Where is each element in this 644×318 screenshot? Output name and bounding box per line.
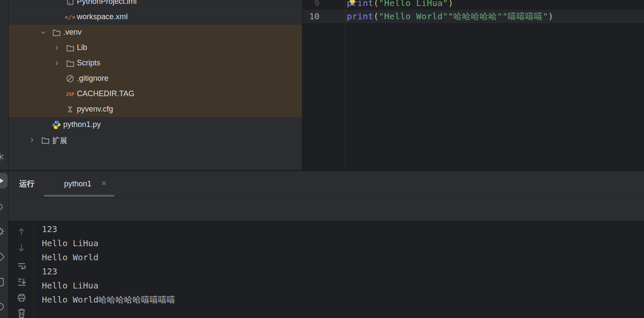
- console-output[interactable]: 123Hello LiHuaHello World123Hello LiHuaH…: [42, 222, 175, 307]
- code-line-9[interactable]: print("Hello LiHua"): [347, 0, 644, 10]
- bulb-icon[interactable]: [348, 0, 356, 6]
- token-string: "哈哈哈哈哈": [448, 11, 502, 21]
- token-builtin: print: [347, 11, 373, 21]
- console-line: Hello LiHua: [42, 279, 175, 293]
- code-line-10[interactable]: print("Hello World""哈哈哈哈哈""嘻嘻嘻嘻"): [347, 10, 644, 23]
- editor-run-splitter[interactable]: [0, 170, 644, 171]
- python-icon: [52, 180, 61, 189]
- folder-icon: [65, 43, 75, 53]
- line-number-9: 9: [303, 0, 341, 10]
- token-paren: ): [548, 11, 553, 21]
- arrow-down-icon: [17, 243, 26, 253]
- run-panel-title: 运行: [19, 171, 35, 197]
- run-console[interactable]: 123Hello LiHuaHello World123Hello LiHuaH…: [9, 221, 644, 318]
- active-tab-indicator: [44, 195, 114, 197]
- clock-icon[interactable]: [0, 302, 5, 313]
- folder-icon: [41, 135, 50, 145]
- commit-star-icon[interactable]: [0, 152, 5, 163]
- module-file-icon: [65, 0, 75, 6]
- config-file-icon: [65, 105, 75, 114]
- scroll-to-end-button[interactable]: [16, 277, 26, 287]
- scroll-to-end-icon: [17, 277, 26, 287]
- run-tool-window-icon-active[interactable]: [0, 173, 8, 188]
- token-paren: ): [448, 0, 454, 8]
- console-line: Hello World: [42, 250, 175, 265]
- tree-item-lib[interactable]: Lib: [9, 40, 302, 56]
- token-string: "嘻嘻嘻嘻": [503, 11, 548, 21]
- soft-wrap-button[interactable]: [16, 261, 26, 271]
- tree-item-label: 扩展: [52, 135, 67, 146]
- run-tool-window-header: 运行 python1 ×: [0, 171, 644, 197]
- token-paren: (: [373, 0, 379, 8]
- run-tab-label: python1: [64, 171, 91, 197]
- scroll-up-button[interactable]: [16, 227, 26, 237]
- print-button[interactable]: [16, 292, 26, 303]
- console-toolbar: [9, 221, 33, 318]
- line-number-10: 10: [303, 10, 341, 23]
- tree-item-label: .venv: [63, 28, 82, 37]
- soft-wrap-icon: [17, 261, 26, 271]
- jsp-file-icon: JSP: [65, 89, 75, 99]
- close-icon[interactable]: ×: [101, 171, 107, 197]
- console-line: Hello LiHua: [42, 236, 175, 250]
- printer-icon: [17, 293, 26, 303]
- tree-item-label: Scripts: [77, 59, 100, 68]
- ignored-file-icon: [65, 74, 75, 83]
- token-string: "Hello LiHua": [379, 0, 448, 8]
- tree-item-label: PythonProject.iml: [77, 0, 137, 6]
- terminal-icon[interactable]: [0, 277, 5, 289]
- structure-diamond-icon[interactable]: [0, 252, 5, 263]
- tree-item-扩展[interactable]: 扩展: [9, 132, 302, 148]
- gutter-border: [345, 0, 345, 170]
- console-line: Hello World哈哈哈哈哈嘻嘻嘻嘻: [42, 293, 175, 307]
- clear-button[interactable]: [16, 308, 26, 318]
- scroll-down-button[interactable]: [16, 243, 26, 253]
- tree-item-pythonproject-iml[interactable]: PythonProject.iml: [9, 0, 302, 9]
- console-line: 123: [42, 265, 175, 279]
- folder-icon: [65, 59, 75, 68]
- tree-item-scripts[interactable]: Scripts: [9, 56, 302, 71]
- run-tab-python1[interactable]: python1 ×: [44, 171, 114, 197]
- token-string: "Hello World": [379, 11, 448, 21]
- chevron-down-icon[interactable]: [40, 29, 47, 36]
- tree-item-label: workspace.xml: [77, 12, 128, 21]
- arrow-up-icon: [17, 227, 26, 237]
- tree-item-label: CACHEDIR.TAG: [77, 89, 135, 98]
- tool-window-stripe: [0, 0, 9, 318]
- chevron-right-icon[interactable]: [29, 137, 35, 144]
- debug-icon[interactable]: [0, 202, 4, 213]
- tree-item-label: python1.py: [63, 120, 101, 129]
- tree-item-python1-py[interactable]: python1.py: [9, 117, 302, 132]
- xml-file-icon: </>: [65, 12, 75, 22]
- project-tree[interactable]: PythonProject.iml</>workspace.xml.venvLi…: [9, 0, 302, 170]
- tree-item-pyvenv-cfg[interactable]: pyvenv.cfg: [9, 102, 302, 117]
- code-editor[interactable]: 9print("Hello LiHua")10print("Hello Worl…: [303, 0, 644, 170]
- pycharm-window: PythonProject.iml</>workspace.xml.venvLi…: [0, 0, 644, 318]
- packages-gear-icon[interactable]: [0, 227, 5, 238]
- tree-item--venv[interactable]: .venv: [9, 25, 302, 40]
- chevron-right-icon[interactable]: [53, 44, 60, 51]
- token-paren: (: [373, 11, 379, 21]
- tree-item-label: Lib: [77, 43, 87, 52]
- console-line: 123: [42, 222, 175, 236]
- tree-item-cachedir-tag[interactable]: JSPCACHEDIR.TAG: [9, 86, 302, 102]
- tree-item--gitignore[interactable]: .gitignore: [9, 71, 302, 86]
- folder-icon: [52, 28, 61, 37]
- tree-item-label: .gitignore: [77, 74, 108, 83]
- chevron-right-icon[interactable]: [53, 60, 60, 67]
- tree-item-workspace-xml[interactable]: </>workspace.xml: [9, 9, 302, 25]
- run-toolbar: [0, 197, 644, 221]
- trash-icon: [17, 307, 26, 318]
- python-file-icon: [52, 120, 61, 130]
- tree-item-label: pyvenv.cfg: [77, 105, 113, 114]
